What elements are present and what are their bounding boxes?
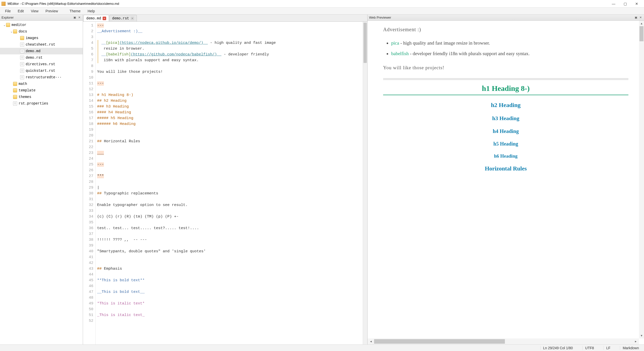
explorer-header: Explorer ▣ ✕	[0, 15, 83, 21]
twisty-icon[interactable]: ⌄	[3, 23, 6, 27]
preview-h2: h2 Heading	[383, 102, 628, 109]
scroll-left-icon[interactable]: ◂	[368, 339, 374, 343]
tree-label: directives.rst	[26, 62, 55, 66]
file-icon	[20, 75, 24, 79]
status-language: Markdown	[620, 346, 641, 350]
status-encoding: UTF8	[582, 346, 596, 350]
tree-file[interactable]: quickstart.rst	[0, 67, 83, 74]
line-gutter: 1234567891011121314151617181920212223242…	[83, 22, 96, 344]
preview-body[interactable]: Advertisement :) pica - high quality and…	[368, 21, 644, 344]
code-area[interactable]: ---__Advertisement :)__ __[pica](https:/…	[96, 22, 363, 344]
menu-help[interactable]: Help	[84, 8, 98, 14]
preview-header: Web Previewer ▣ ✕	[368, 15, 644, 21]
minimize-button[interactable]: —	[608, 0, 619, 8]
tree-label: cheatsheet.rst	[26, 43, 55, 47]
titlebar: MEditor - C:\Program Files (x86)\Markup …	[0, 0, 644, 8]
folder-icon	[6, 23, 10, 27]
tree-label: images	[26, 36, 38, 40]
tree-folder[interactable]: ⌄docs	[0, 28, 83, 35]
file-icon	[20, 56, 24, 60]
folder-icon	[13, 29, 17, 33]
menu-file[interactable]: File	[2, 8, 14, 14]
tree-folder[interactable]: images	[0, 35, 83, 41]
menubar: FileEditViewPreviewThemeHelp	[0, 8, 644, 15]
folder-icon	[20, 36, 24, 40]
tab-demo-md[interactable]: demo.md✕	[84, 15, 109, 21]
tree-file[interactable]: demo.rst	[0, 54, 83, 61]
preview-h3: h3 Heading	[383, 115, 628, 122]
editor-scrollbar[interactable]	[363, 22, 367, 344]
menu-preview[interactable]: Preview	[42, 8, 62, 14]
file-tree[interactable]: ⌄meditor⌄docsimagescheatsheet.rstdemo.md…	[0, 21, 83, 344]
tree-folder[interactable]: math	[0, 81, 83, 87]
preview-list-item: babelfish - developer friendly i18n with…	[391, 50, 628, 58]
preview-list: pica - high quality and fast image resiz…	[391, 39, 628, 58]
tree-label: demo.rst	[26, 56, 43, 60]
close-button[interactable]: ✕	[631, 0, 642, 8]
preview-h5: h5 Heading	[383, 141, 628, 147]
menu-theme[interactable]: Theme	[66, 8, 84, 14]
tab-dirty-icon[interactable]: ✕	[103, 17, 106, 20]
app-icon	[2, 2, 6, 6]
preview-hrules: Horizontal Rules	[383, 165, 628, 172]
preview-vscroll-thumb[interactable]	[639, 26, 643, 41]
preview-list-item: pica - high quality and fast image resiz…	[391, 39, 628, 47]
panel-close-icon[interactable]: ✕	[638, 16, 642, 20]
window-controls: — ▢ ✕	[608, 0, 642, 8]
file-icon	[20, 62, 24, 66]
preview-like: You will like those projects!	[383, 65, 628, 71]
scroll-down-icon[interactable]: ▾	[639, 333, 644, 338]
folder-icon	[13, 82, 17, 86]
folder-icon	[13, 95, 17, 99]
undock-icon[interactable]: ▣	[634, 16, 638, 20]
tree-label: themes	[19, 95, 31, 99]
tree-folder[interactable]: themes	[0, 94, 83, 100]
preview-link[interactable]: babelfish	[391, 51, 409, 56]
explorer-panel: Explorer ▣ ✕ ⌄meditor⌄docsimagescheatshe…	[0, 15, 83, 344]
statusbar: Ln 29/249 Col 1/80 UTF8 LF Markdown	[0, 344, 644, 351]
tree-file[interactable]: rst.properties	[0, 100, 83, 107]
tree-label: quickstart.rst	[26, 69, 55, 73]
editor-body[interactable]: 1234567891011121314151617181920212223242…	[83, 22, 367, 344]
preview-title: Web Previewer	[369, 16, 391, 19]
tree-label: restructuredte···	[26, 75, 62, 79]
window-title: MEditor - C:\Program Files (x86)\Markup …	[8, 2, 608, 6]
tab-label: demo.md	[86, 16, 101, 20]
tree-file[interactable]: cheatsheet.rst	[0, 41, 83, 48]
tree-label: meditor	[12, 23, 26, 27]
editor-scroll-thumb[interactable]	[364, 23, 367, 63]
tree-label: rst.properties	[19, 101, 48, 106]
tab-label: demo.rst	[112, 16, 129, 20]
preview-hscroll-thumb[interactable]	[374, 339, 505, 344]
scroll-up-icon[interactable]: ▴	[639, 21, 644, 26]
tree-file[interactable]: demo.md	[0, 48, 83, 54]
explorer-title: Explorer	[2, 16, 14, 19]
preview-hscrollbar[interactable]: ◂ ▸	[368, 338, 639, 344]
scroll-right-icon[interactable]: ▸	[632, 339, 639, 343]
tree-file[interactable]: restructuredte···	[0, 74, 83, 81]
file-icon	[20, 69, 24, 73]
menu-view[interactable]: View	[27, 8, 42, 14]
tab-close-icon[interactable]: ✕	[131, 17, 134, 20]
preview-panel: Web Previewer ▣ ✕ Advertisement :) pica …	[367, 15, 644, 344]
tree-label: docs	[19, 29, 27, 33]
preview-hr	[383, 78, 628, 80]
tree-label: math	[19, 82, 27, 86]
file-icon	[13, 101, 17, 106]
preview-vscrollbar[interactable]: ▴ ▾	[639, 21, 644, 338]
preview-link[interactable]: pica	[391, 40, 399, 46]
preview-h1: h1 Heading 8-)	[383, 84, 628, 95]
tree-folder[interactable]: template	[0, 87, 83, 94]
tree-file[interactable]: directives.rst	[0, 61, 83, 67]
menu-edit[interactable]: Edit	[14, 8, 27, 14]
twisty-icon[interactable]: ⌄	[10, 30, 13, 33]
undock-icon[interactable]: ▣	[73, 16, 77, 20]
editor-tabbar: demo.md✕demo.rst✕	[83, 15, 367, 22]
tree-folder[interactable]: ⌄meditor	[0, 22, 83, 28]
tab-demo-rst[interactable]: demo.rst✕	[109, 15, 137, 21]
file-icon	[20, 49, 24, 53]
preview-h4: h4 Heading	[383, 128, 628, 134]
maximize-button[interactable]: ▢	[619, 0, 631, 8]
tree-label: demo.md	[26, 49, 41, 53]
panel-close-icon[interactable]: ✕	[77, 16, 81, 20]
